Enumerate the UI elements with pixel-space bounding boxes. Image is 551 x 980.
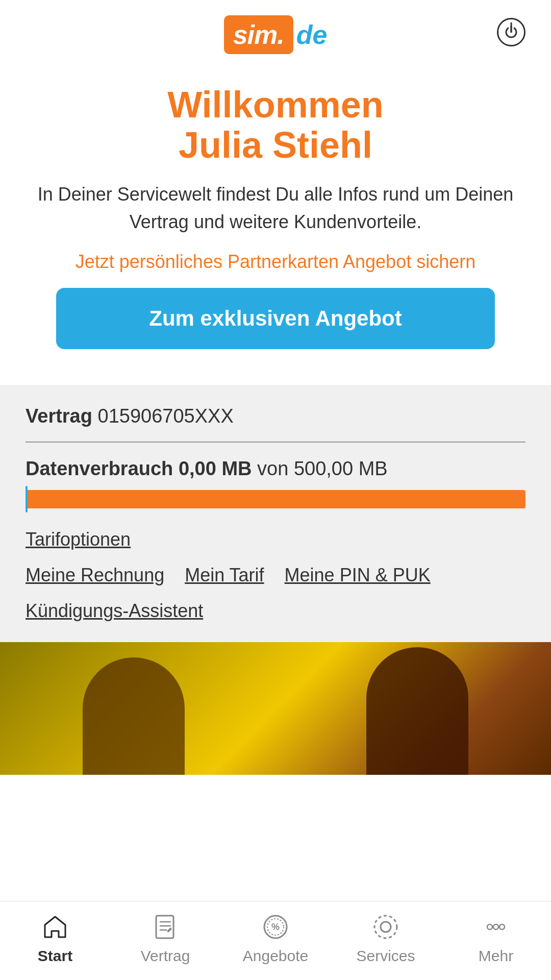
svg-rect-0 (156, 916, 173, 938)
kuendigungs-assistent-link[interactable]: Kündigungs-Assistent (26, 600, 525, 622)
mehr-icon (481, 912, 511, 942)
svg-point-8 (499, 924, 505, 929)
welcome-title: Willkommen Julia Stiehl (31, 85, 520, 165)
nav-item-angebote[interactable]: % Angebote (220, 912, 331, 965)
svg-text:%: % (271, 922, 280, 932)
home-icon (40, 912, 70, 942)
data-usage-bold: Datenverbrauch 0,00 MB (26, 458, 252, 479)
meine-rechnung-link[interactable]: Meine Rechnung (26, 565, 164, 586)
nav-label-angebote: Angebote (243, 947, 308, 965)
logo-sim: sim. (224, 15, 293, 54)
welcome-section: Willkommen Julia Stiehl In Deiner Servic… (0, 64, 551, 364)
services-icon (370, 912, 401, 942)
figure-right (366, 647, 468, 775)
logo-de: de (296, 19, 328, 50)
mein-tarif-link[interactable]: Mein Tarif (185, 565, 264, 586)
header: sim. de (0, 0, 551, 64)
welcome-line2: Julia Stiehl (31, 125, 520, 165)
vertrag-icon (150, 912, 181, 942)
bottom-nav: Start Vertrag % Angebote (0, 901, 551, 980)
nav-item-services[interactable]: Services (331, 912, 441, 965)
main-content: sim. de Willkommen Julia Stiehl In Deine… (0, 0, 551, 856)
contract-number-value: 015906705XXX (98, 405, 234, 427)
power-button[interactable] (497, 18, 525, 46)
nav-label-mehr: Mehr (479, 947, 513, 965)
tarifoptionen-link[interactable]: Tarifoptionen (26, 529, 525, 550)
contract-links: Tarifoptionen Meine Rechnung Mein Tarif … (26, 529, 525, 622)
welcome-line1: Willkommen (31, 85, 520, 125)
progress-bar-fill (26, 486, 28, 512)
logo: sim. de (224, 15, 328, 54)
meine-pin-puk-link[interactable]: Meine PIN & PUK (285, 565, 431, 586)
angebote-icon: % (260, 912, 291, 942)
nav-label-services: Services (356, 947, 415, 965)
figure-left (83, 657, 185, 775)
contract-section: Vertrag 015906705XXX Datenverbrauch 0,00… (0, 385, 551, 642)
data-usage-rest: von 500,00 MB (257, 458, 388, 479)
nav-item-mehr[interactable]: Mehr (441, 912, 551, 965)
contract-links-row: Meine Rechnung Mein Tarif Meine PIN & PU… (26, 565, 525, 586)
svg-point-4 (381, 922, 391, 932)
promo-image (0, 642, 551, 775)
data-usage-label: Datenverbrauch 0,00 MB von 500,00 MB (26, 458, 525, 480)
cta-button[interactable]: Zum exklusiven Angebot (56, 288, 495, 349)
nav-label-vertrag: Vertrag (141, 947, 190, 965)
partner-link[interactable]: Jetzt persönliches Partnerkarten Angebot… (31, 251, 520, 273)
svg-point-5 (374, 916, 397, 938)
nav-label-start: Start (38, 947, 72, 965)
svg-point-6 (487, 924, 492, 929)
contract-label: Vertrag (26, 405, 92, 427)
welcome-description: In Deiner Servicewelt findest Du alle In… (31, 181, 520, 236)
contract-number: Vertrag 015906705XXX (26, 405, 525, 443)
nav-item-start[interactable]: Start (0, 912, 110, 965)
svg-point-7 (493, 924, 498, 929)
nav-item-vertrag[interactable]: Vertrag (110, 912, 220, 965)
progress-bar (26, 490, 525, 508)
